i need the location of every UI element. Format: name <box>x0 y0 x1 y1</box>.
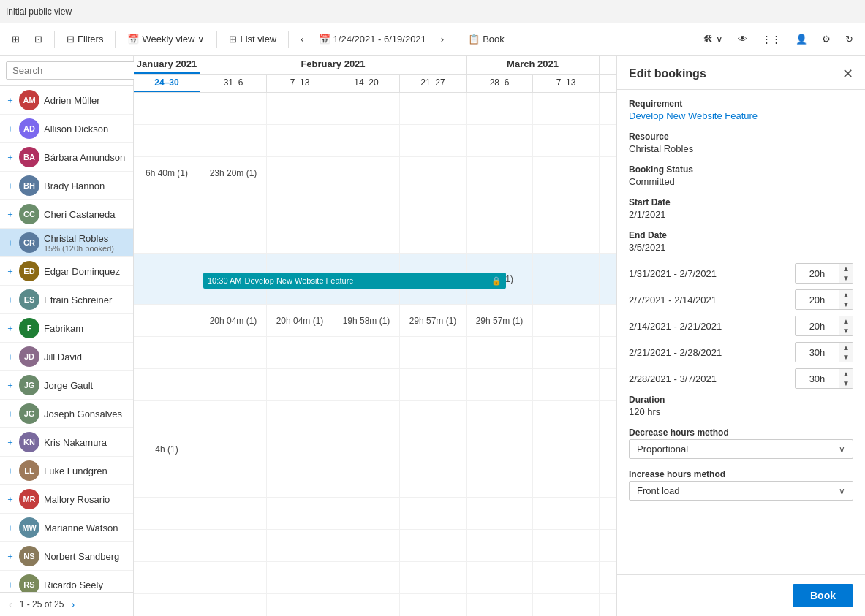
expand-icon-6[interactable]: ＋ <box>6 265 15 278</box>
resource-item-12[interactable]: ＋KNKris Nakamura <box>0 428 133 457</box>
week-cell-2[interactable]: 7–13 <box>267 75 333 92</box>
week-cell-0[interactable]: 24–30 <box>134 75 200 92</box>
spinner-up-btn-3[interactable]: ▲ <box>839 343 853 352</box>
expand-icon-3[interactable]: ＋ <box>6 180 15 192</box>
calendar-icon: 📅 <box>127 34 139 45</box>
expand-icon-1[interactable]: ＋ <box>6 123 15 135</box>
date-range-btn[interactable]: 📅 1/24/2021 - 6/19/2021 <box>313 31 432 47</box>
requirement-value[interactable]: Develop New Website Feature <box>629 110 853 121</box>
sep5 <box>456 31 456 48</box>
booking-status-field: Booking Status Committed <box>629 164 853 187</box>
expand-icon-11[interactable]: ＋ <box>6 408 15 420</box>
spinner-up-btn-2[interactable]: ▲ <box>839 316 853 326</box>
expand-icon-12[interactable]: ＋ <box>6 436 15 449</box>
spinner-down-btn-2[interactable]: ▼ <box>839 326 853 335</box>
spinner-down-btn-1[interactable]: ▼ <box>839 300 853 309</box>
person-btn[interactable]: 👤 <box>790 31 813 47</box>
resource-item-16[interactable]: ＋NSNorbert Sandberg <box>0 542 133 571</box>
week-cell-3[interactable]: 14–20 <box>333 75 400 92</box>
cal-cell-13-6 <box>533 530 600 561</box>
resource-item-1[interactable]: ＋ADAllison Dickson <box>0 115 133 143</box>
weekly-view-btn[interactable]: 📅 Weekly view ∨ <box>121 31 211 47</box>
refresh-btn[interactable]: ↻ <box>839 31 859 47</box>
resource-item-7[interactable]: ＋ESEfrain Schreiner <box>0 286 133 314</box>
cal-cell-15-3 <box>333 594 400 616</box>
spinner-up-btn-1[interactable]: ▲ <box>839 290 853 300</box>
resource-item-15[interactable]: ＋MWMarianne Watson <box>0 514 133 542</box>
week-cell-4[interactable]: 21–27 <box>400 75 467 92</box>
cal-cell-2-0: 6h 40m (1) <box>134 157 200 189</box>
columns-btn[interactable]: ⋮⋮ <box>756 31 787 47</box>
resource-item-4[interactable]: ＋CCCheri Castaneda <box>0 200 133 229</box>
expand-icon-9[interactable]: ＋ <box>6 351 15 363</box>
booking-bar[interactable]: 10:30 AMDevelop New Website Feature🔒 <box>203 273 506 289</box>
resource-item-9[interactable]: ＋JDJill David <box>0 343 133 371</box>
cal-cell-0-5 <box>467 93 533 124</box>
week-cell-5[interactable]: 28–6 <box>467 75 533 92</box>
resource-item-6[interactable]: ＋EDEdgar Dominquez <box>0 257 133 286</box>
list-view-btn[interactable]: ⊞ List view <box>223 31 282 47</box>
decrease-hours-dropdown[interactable]: Proportional ∨ <box>629 439 853 459</box>
cal-row-15 <box>134 594 616 616</box>
resource-item-13[interactable]: ＋LLLuke Lundgren <box>0 457 133 485</box>
expand-icon-5[interactable]: ＋ <box>6 237 15 249</box>
prev-date-btn[interactable]: ‹ <box>295 31 309 47</box>
spinner-down-btn-0[interactable]: ▼ <box>839 273 853 283</box>
book-panel-btn[interactable]: Book <box>793 584 853 607</box>
next-page-btn[interactable]: › <box>68 597 78 612</box>
start-date-field: Start Date 2/1/2021 <box>629 197 853 220</box>
sep1 <box>54 31 55 48</box>
spinner-up-btn-4[interactable]: ▲ <box>839 369 853 379</box>
spinner-down-btn-4[interactable]: ▼ <box>839 379 853 388</box>
resource-name-9: Jill David <box>44 351 127 362</box>
expand-icon-2[interactable]: ＋ <box>6 151 15 164</box>
expand-icon-16[interactable]: ＋ <box>6 550 15 563</box>
weekly-view-label: Weekly view <box>142 34 194 45</box>
expand-icon-7[interactable]: ＋ <box>6 294 15 306</box>
main-area: ⇅ ＋AMAdrien Müller＋ADAllison Dickson＋BAB… <box>0 56 865 616</box>
close-panel-btn[interactable]: ✕ <box>842 66 853 82</box>
book-toolbar-btn[interactable]: 📋 Book <box>462 31 510 47</box>
booking-bar-title: Develop New Website Feature <box>244 276 353 285</box>
next-date-btn[interactable]: › <box>435 31 450 47</box>
expand-icon-8[interactable]: ＋ <box>6 322 15 335</box>
resource-name-16: Norbert Sandberg <box>44 551 127 562</box>
week-cell-6[interactable]: 7–13 <box>533 75 600 92</box>
spinner-down-btn-3[interactable]: ▼ <box>839 352 853 362</box>
expand-icon-4[interactable]: ＋ <box>6 208 15 221</box>
expand-icon-15[interactable]: ＋ <box>6 522 15 534</box>
month-row: January 2021 February 2021 March 2021 <box>134 56 616 75</box>
hour-value-2: 20h <box>796 321 839 332</box>
resource-item-10[interactable]: ＋JGJorge Gault <box>0 371 133 400</box>
resource-item-2[interactable]: ＋BABárbara Amundson <box>0 143 133 172</box>
expand-icon-10[interactable]: ＋ <box>6 379 15 392</box>
expand-icon-0[interactable]: ＋ <box>6 94 15 107</box>
filter-btn[interactable]: ⊟ Filters <box>61 31 109 47</box>
resource-item-3[interactable]: ＋BHBrady Hannon <box>0 172 133 200</box>
resource-item-17[interactable]: ＋RSRicardo Seely <box>0 571 133 592</box>
tools-btn[interactable]: 🛠 ∨ <box>698 31 729 47</box>
resource-item-0[interactable]: ＋AMAdrien Müller <box>0 86 133 115</box>
prev-page-btn[interactable]: ‹ <box>6 597 15 612</box>
expand-icon-14[interactable]: ＋ <box>6 493 15 506</box>
panel-toggle-btn[interactable]: ⊡ <box>29 31 48 47</box>
expand-icon-13[interactable]: ＋ <box>6 465 15 477</box>
date-range-row-2: 2/14/2021 - 2/21/202120h▲▼ <box>629 316 853 336</box>
cal-cell-7-1 <box>200 337 267 368</box>
date-range-label-2: 2/14/2021 - 2/21/2021 <box>629 321 722 332</box>
search-input[interactable] <box>6 61 142 80</box>
expand-icon-17[interactable]: ＋ <box>6 579 15 591</box>
avatar-7: ES <box>19 289 39 310</box>
resource-name-3: Brady Hannon <box>44 180 127 191</box>
spinner-up-btn-0[interactable]: ▲ <box>839 264 853 273</box>
settings-btn[interactable]: ⚙ <box>816 31 836 47</box>
week-cell-1[interactable]: 31–6 <box>200 75 267 92</box>
resource-item-5[interactable]: ＋CRChristal Robles15% (120h booked) <box>0 229 133 257</box>
resource-item-11[interactable]: ＋JGJoseph Gonsalves <box>0 400 133 428</box>
sidebar-toggle-btn[interactable]: ⊞ <box>6 31 26 47</box>
eye-btn[interactable]: 👁 <box>732 31 753 47</box>
resource-item-8[interactable]: ＋FFabrikam <box>0 314 133 343</box>
resource-item-14[interactable]: ＋MRMallory Rosario <box>0 485 133 514</box>
increase-hours-field: Increase hours method Front load ∨ <box>629 469 853 501</box>
increase-hours-dropdown[interactable]: Front load ∨ <box>629 481 853 501</box>
